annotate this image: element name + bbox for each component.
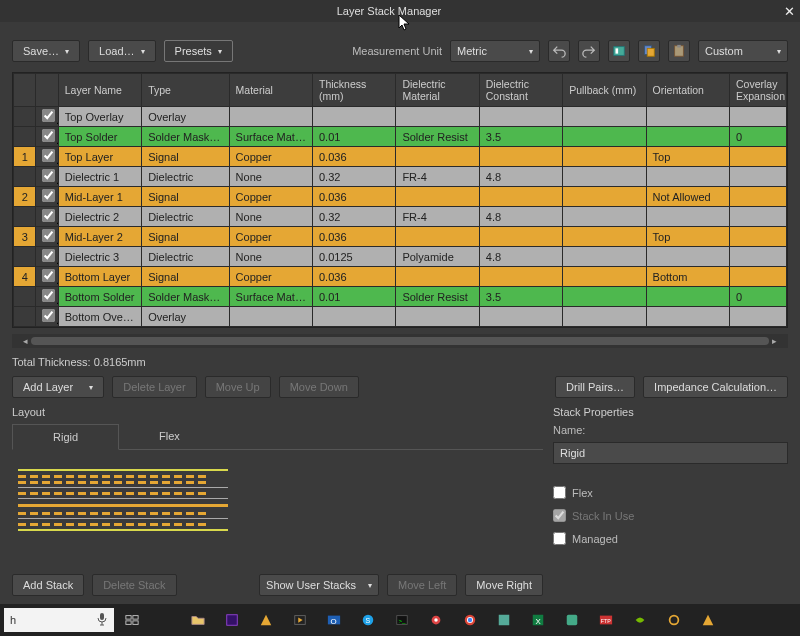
stack-name-input[interactable]	[553, 442, 788, 464]
table-cell[interactable]	[646, 247, 729, 267]
table-cell[interactable]: Dielectric	[142, 167, 229, 187]
table-cell[interactable]	[36, 107, 58, 127]
table-cell[interactable]	[729, 207, 786, 227]
table-cell[interactable]: 0.01	[313, 287, 396, 307]
settings-icon[interactable]	[420, 606, 452, 634]
microphone-icon[interactable]	[96, 612, 108, 628]
drill-pairs-button[interactable]: Drill Pairs…	[555, 376, 635, 398]
table-cell[interactable]: Mid-Layer 1	[58, 187, 141, 207]
table-cell[interactable]: 0	[729, 127, 786, 147]
table-cell[interactable]: Solder Resist	[396, 287, 479, 307]
table-cell[interactable]: Bottom Layer	[58, 267, 141, 287]
table-cell[interactable]	[14, 207, 36, 227]
table-cell[interactable]: None	[229, 247, 312, 267]
table-cell[interactable]	[14, 167, 36, 187]
table-cell[interactable]: Dielectric 3	[58, 247, 141, 267]
row-checkbox[interactable]	[42, 289, 55, 302]
table-cell[interactable]: 0.036	[313, 147, 396, 167]
table-cell[interactable]: Overlay	[142, 307, 229, 327]
table-cell[interactable]: 3	[14, 227, 36, 247]
table-cell[interactable]: 0.036	[313, 187, 396, 207]
table-cell[interactable]: 0.01	[313, 127, 396, 147]
table-cell[interactable]	[36, 187, 58, 207]
table-cell[interactable]: Signal	[142, 187, 229, 207]
chrome-icon[interactable]	[454, 606, 486, 634]
row-checkbox[interactable]	[42, 229, 55, 242]
load-button[interactable]: Load…▾	[88, 40, 155, 62]
add-layer-button[interactable]: Add Layer ▾	[12, 376, 104, 398]
table-cell[interactable]	[646, 287, 729, 307]
horizontal-scrollbar[interactable]: ◂▸	[12, 334, 788, 348]
table-cell[interactable]	[563, 147, 646, 167]
column-header[interactable]: Material	[229, 74, 312, 107]
managed-checkbox[interactable]: Managed	[553, 530, 788, 547]
table-cell[interactable]: Solder Mask/Co…	[142, 127, 229, 147]
table-row[interactable]: Top SolderSolder Mask/Co…Surface Materia…	[14, 127, 787, 147]
column-header[interactable]: Pullback (mm)	[563, 74, 646, 107]
table-cell[interactable]	[36, 247, 58, 267]
table-row[interactable]: 4Bottom LayerSignalCopper0.036Bottom	[14, 267, 787, 287]
column-header[interactable]: Dielectric Constant	[479, 74, 562, 107]
task-view-icon[interactable]	[116, 606, 148, 634]
outlook-icon[interactable]: O	[318, 606, 350, 634]
delete-layer-button[interactable]: Delete Layer	[112, 376, 196, 398]
table-cell[interactable]	[229, 307, 312, 327]
table-cell[interactable]	[729, 307, 786, 327]
presets-button[interactable]: Presets▾	[164, 40, 233, 62]
table-row[interactable]: 1Top LayerSignalCopper0.036Top	[14, 147, 787, 167]
table-cell[interactable]: Bottom Overlay	[58, 307, 141, 327]
table-cell[interactable]	[396, 187, 479, 207]
table-cell[interactable]: Copper	[229, 187, 312, 207]
table-cell[interactable]	[563, 107, 646, 127]
table-cell[interactable]	[729, 107, 786, 127]
table-cell[interactable]	[36, 167, 58, 187]
table-cell[interactable]: 0	[729, 287, 786, 307]
table-cell[interactable]	[36, 227, 58, 247]
library-icon[interactable]	[608, 40, 630, 62]
column-header[interactable]: Dielectric Material	[396, 74, 479, 107]
table-row[interactable]: Bottom OverlayOverlay	[14, 307, 787, 327]
table-cell[interactable]: Dielectric 1	[58, 167, 141, 187]
table-cell[interactable]	[479, 267, 562, 287]
row-checkbox[interactable]	[42, 149, 55, 162]
redo-icon[interactable]	[578, 40, 600, 62]
table-row[interactable]: 3Mid-Layer 2SignalCopper0.036Top	[14, 227, 787, 247]
column-header[interactable]	[36, 74, 58, 107]
table-cell[interactable]	[396, 227, 479, 247]
media-icon[interactable]	[284, 606, 316, 634]
row-checkbox[interactable]	[42, 129, 55, 142]
save-button[interactable]: Save…▾	[12, 40, 80, 62]
table-cell[interactable]: Top Solder	[58, 127, 141, 147]
table-cell[interactable]	[646, 107, 729, 127]
taskbar-search[interactable]: h	[4, 608, 114, 632]
table-cell[interactable]	[646, 207, 729, 227]
table-cell[interactable]	[563, 127, 646, 147]
nvidia-icon[interactable]	[624, 606, 656, 634]
table-cell[interactable]: None	[229, 207, 312, 227]
copy-icon[interactable]	[638, 40, 660, 62]
table-cell[interactable]	[36, 207, 58, 227]
table-cell[interactable]: Mid-Layer 2	[58, 227, 141, 247]
table-cell[interactable]	[396, 107, 479, 127]
table-cell[interactable]	[646, 167, 729, 187]
measurement-unit-select[interactable]: Metric▾	[450, 40, 540, 62]
table-cell[interactable]	[396, 267, 479, 287]
impedance-button[interactable]: Impedance Calculation…	[643, 376, 788, 398]
table-cell[interactable]	[729, 267, 786, 287]
table-cell[interactable]	[36, 147, 58, 167]
move-up-button[interactable]: Move Up	[205, 376, 271, 398]
table-cell[interactable]	[729, 227, 786, 247]
table-row[interactable]: Dielectric 2DielectricNone0.32FR-44.8	[14, 207, 787, 227]
row-checkbox[interactable]	[42, 309, 55, 322]
table-cell[interactable]	[563, 247, 646, 267]
table-cell[interactable]: Copper	[229, 147, 312, 167]
excel-icon[interactable]: X	[522, 606, 554, 634]
table-cell[interactable]: Copper	[229, 227, 312, 247]
row-checkbox[interactable]	[42, 209, 55, 222]
table-cell[interactable]	[563, 207, 646, 227]
terminal-icon[interactable]: >_	[386, 606, 418, 634]
table-cell[interactable]	[313, 307, 396, 327]
table-row[interactable]: Dielectric 3DielectricNone0.0125Polyamid…	[14, 247, 787, 267]
column-header[interactable]: Type	[142, 74, 229, 107]
table-cell[interactable]: Solder Resist	[396, 127, 479, 147]
